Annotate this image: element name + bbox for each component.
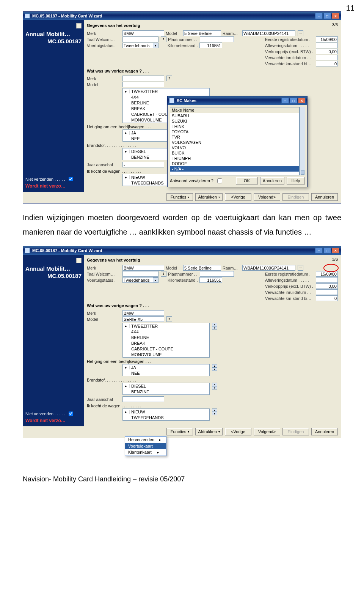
aflever-field[interactable] — [316, 277, 338, 283]
minimize-button[interactable]: – — [315, 13, 323, 19]
scroll-up-icon[interactable]: ▴ — [212, 323, 217, 326]
vorige-button[interactable]: <Vorige — [225, 428, 251, 435]
km-field[interactable]: 116551 — [199, 43, 222, 48]
aflever-field[interactable] — [316, 43, 338, 48]
popup-close-button[interactable]: × — [298, 98, 306, 104]
list-item[interactable]: NEE — [130, 371, 141, 375]
annuleren-button[interactable]: Annuleren — [311, 193, 338, 201]
list-item[interactable]: VOLKSWAGEN — [170, 140, 299, 145]
vorige-button[interactable]: <Vorige — [225, 193, 251, 201]
raam-field[interactable]: WBADM11000GP24141 — [242, 265, 295, 271]
reg-field[interactable]: 15/09/00 — [316, 36, 338, 42]
list-item[interactable]: BUICK — [170, 150, 299, 156]
list-item[interactable]: DIESEL — [130, 384, 147, 388]
list-item[interactable]: TWEEDEHANDS — [130, 415, 165, 420]
verkoop-field[interactable]: 0,00 — [316, 283, 338, 289]
list-item[interactable]: BREAK — [130, 341, 147, 345]
list-item[interactable]: BENZINE — [130, 155, 151, 159]
functies-button[interactable]: Functies▾ — [166, 428, 193, 435]
scrollbar[interactable] — [300, 107, 305, 175]
popup-annuleren-button[interactable]: Annuleren — [260, 177, 284, 184]
niet-verzenden-checkbox[interactable] — [68, 412, 73, 416]
reg-field[interactable]: 15/09/00 — [316, 271, 338, 277]
prev-model-lookup-button[interactable]: ↥ — [166, 316, 172, 322]
scroll-down-icon[interactable]: ▾ — [212, 326, 217, 330]
taal-lookup-button[interactable]: ↥ — [161, 36, 166, 42]
menu-klantenkaart[interactable]: Klantenkaart▸ — [125, 449, 166, 456]
plaat-field[interactable] — [200, 271, 234, 277]
list-item[interactable]: TVR — [170, 134, 299, 140]
list-item[interactable]: NIEUW — [130, 410, 147, 414]
list-item[interactable]: 4X4 — [130, 95, 140, 99]
model-field[interactable]: 5 Serie Berline — [183, 265, 221, 271]
scroll-down-icon[interactable]: ▾ — [212, 386, 217, 390]
kocht-list[interactable]: NIEUW TWEEDEHANDS — [122, 408, 210, 421]
list-item-selected[interactable]: - N/A - — [170, 166, 299, 172]
kmstand-field[interactable]: 0 — [316, 295, 338, 301]
plaat-field[interactable] — [200, 36, 234, 42]
popup-maximize-button[interactable]: □ — [290, 98, 297, 104]
menu-herverzenden[interactable]: Herverzenden▸ — [125, 437, 166, 443]
prev-model-field[interactable] — [122, 82, 164, 87]
niet-verzenden-checkbox[interactable] — [68, 177, 73, 181]
titlebar-2[interactable]: MC.05.00187 - Mobility Card Wizard – □ × — [23, 246, 341, 255]
list-item[interactable]: TOYOTA — [170, 129, 299, 134]
del-answer-checkbox[interactable] — [217, 178, 222, 183]
list-item[interactable]: BERLINE — [130, 101, 151, 105]
fuel-list[interactable]: DIESEL BENZINE — [122, 383, 210, 395]
jaar-field[interactable]: - — [122, 396, 164, 402]
list-item[interactable]: MONOVOLUME — [130, 118, 163, 122]
list-item[interactable]: SUBARU — [170, 113, 299, 118]
scroll-down-icon[interactable]: ▾ — [212, 412, 217, 415]
maximize-button[interactable]: □ — [323, 248, 331, 254]
scroll-down-icon[interactable]: ▾ — [212, 367, 217, 371]
edit-icon[interactable] — [76, 258, 82, 263]
afdrukken-button[interactable]: Afdrukken▾ — [195, 428, 223, 435]
status-combo[interactable]: Tweedehands ▾ — [122, 277, 158, 283]
list-item[interactable]: NEE — [130, 136, 141, 141]
list-item[interactable]: VOLVO — [170, 145, 299, 150]
list-item[interactable]: JA — [130, 131, 138, 135]
annuleren-button[interactable]: Annuleren — [311, 428, 338, 435]
list-item[interactable]: 4X4 — [130, 330, 140, 334]
company-list[interactable]: JA NEE — [122, 364, 210, 376]
model-field[interactable]: 5 Serie Berline — [183, 30, 221, 36]
edit-icon[interactable] — [76, 23, 82, 28]
status-combo[interactable]: Tweedehands ▾ — [122, 43, 158, 48]
popup-minimize-button[interactable]: – — [281, 98, 289, 104]
prev-merk-field[interactable] — [122, 76, 164, 81]
list-item[interactable]: CABRIOLET - COUPE — [130, 347, 175, 351]
list-item[interactable]: TWEEZITTER — [130, 324, 159, 328]
scroll-up-icon[interactable]: ▴ — [212, 383, 217, 386]
list-item[interactable]: NIEUW — [130, 175, 147, 180]
list-item[interactable]: BREAK — [130, 106, 147, 111]
merk-field[interactable]: BMW — [122, 265, 164, 271]
scroll-up-icon[interactable]: ▴ — [212, 408, 217, 412]
prev-merk-field[interactable]: BMW — [122, 310, 164, 316]
raam-lookup-button[interactable]: ⋯ — [298, 30, 303, 36]
popup-titlebar[interactable]: SC Makes – □ × — [168, 96, 307, 105]
volgend-button[interactable]: Volgend> — [254, 428, 280, 435]
inruil-field[interactable] — [316, 289, 338, 295]
raam-lookup-button[interactable]: ⋯ — [298, 265, 303, 271]
list-item[interactable]: TWEEDEHANDS — [130, 181, 165, 185]
raam-field[interactable]: WBADM11000GP24141 — [242, 30, 295, 36]
chevron-down-icon[interactable]: ▾ — [153, 43, 158, 48]
close-button[interactable]: × — [332, 13, 339, 19]
minimize-button[interactable]: – — [315, 248, 323, 254]
menu-voertuigkaart[interactable]: Voertuigkaart — [125, 443, 166, 449]
merk-field[interactable]: BMW — [122, 30, 164, 36]
list-item[interactable]: TWEEZITTER — [130, 89, 159, 94]
taal-field[interactable] — [122, 271, 158, 277]
verkoop-field[interactable]: 0,00 — [316, 49, 338, 54]
kmstand-field[interactable]: 0 — [316, 61, 338, 66]
taal-lookup-button[interactable]: ↥ — [161, 271, 166, 277]
inruil-field[interactable] — [316, 55, 338, 60]
list-item[interactable]: TRIUMPH — [170, 156, 299, 161]
prev-merk-lookup-button[interactable]: ↥ — [166, 76, 172, 81]
makes-list[interactable]: Make Name SUBARU SUZUKI THINK TOYOTA TVR… — [170, 107, 300, 175]
scroll-up-icon[interactable]: ▴ — [212, 364, 217, 367]
list-item[interactable]: JA — [130, 365, 138, 370]
list-item[interactable]: BERLINE — [130, 335, 151, 340]
jaar-field[interactable]: - — [122, 162, 164, 167]
